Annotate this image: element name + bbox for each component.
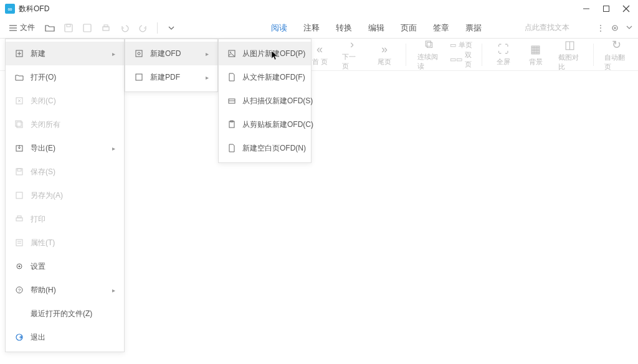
- redo-button[interactable]: [136, 21, 151, 35]
- chevron-down-icon[interactable]: [626, 24, 633, 32]
- app-logo: ∞: [5, 4, 15, 14]
- help-icon: ?: [14, 286, 24, 294]
- tab-invoice[interactable]: 票据: [464, 19, 483, 37]
- ribbon-background[interactable]: ▦背景: [522, 41, 550, 68]
- menu-item-print[interactable]: 打印: [6, 207, 124, 231]
- double-page-icon: ▭▭: [450, 55, 462, 63]
- svg-rect-38: [136, 74, 142, 80]
- search-placeholder: 点此查找文本: [516, 22, 578, 33]
- file-menu-button[interactable]: 文件: [5, 21, 39, 35]
- right-icons: ⋮: [597, 24, 633, 32]
- more-icon[interactable]: ⋮: [597, 24, 604, 32]
- new-ofd-submenu: 从图片新建OFD(P) 从文件新建OFD(F) 从扫描仪新建OFD(S) 从剪贴…: [218, 39, 312, 163]
- menu-item-from-scanner[interactable]: 从扫描仪新建OFD(S): [219, 89, 311, 113]
- menu-item-save-as[interactable]: 另存为(A): [6, 184, 124, 207]
- menu-item-new-ofd[interactable]: 新建OFD ▸: [125, 42, 217, 65]
- close-doc-icon: [14, 96, 24, 105]
- svg-rect-11: [104, 25, 108, 27]
- properties-icon: [14, 238, 24, 247]
- clipboard-icon: [227, 120, 236, 129]
- svg-rect-25: [16, 192, 22, 198]
- dropdown-button[interactable]: [164, 21, 179, 35]
- menu-item-help[interactable]: ? 帮助(H) ▸: [6, 278, 124, 302]
- svg-rect-26: [16, 218, 22, 221]
- svg-rect-10: [103, 27, 109, 30]
- ribbon-next-page[interactable]: ›下一页: [338, 37, 366, 72]
- minimize-button[interactable]: [582, 4, 591, 13]
- separator: [406, 44, 406, 66]
- ribbon-last-page[interactable]: »尾页: [371, 42, 398, 68]
- menu-item-exit[interactable]: 退出: [6, 325, 124, 349]
- hamburger-icon: [9, 24, 17, 32]
- menu-item-save[interactable]: 保存(S): [6, 160, 124, 184]
- ofd-icon: [134, 49, 144, 58]
- svg-point-13: [614, 27, 616, 29]
- menu-item-properties[interactable]: 属性(T): [6, 231, 124, 254]
- title-bar: ∞ 数科OFD: [0, 0, 638, 17]
- maximize-button[interactable]: [602, 4, 611, 13]
- last-page-icon: »: [381, 43, 388, 56]
- tab-edit[interactable]: 编辑: [367, 19, 386, 37]
- menu-item-from-image[interactable]: 从图片新建OFD(P): [219, 42, 311, 65]
- menu-item-close[interactable]: 关闭(C): [6, 89, 124, 113]
- svg-rect-27: [17, 216, 21, 218]
- print-button[interactable]: [98, 21, 113, 35]
- fullscreen-icon: ⛶: [498, 43, 509, 56]
- chevron-right-icon: ▸: [112, 145, 115, 152]
- chevron-right-icon: ▸: [112, 50, 115, 57]
- ribbon-auto-flip[interactable]: ↻自动翻页: [601, 37, 632, 73]
- svg-point-32: [19, 266, 21, 268]
- blank-page-icon: [227, 144, 236, 152]
- ribbon-continuous[interactable]: ⧉连续阅读: [414, 37, 445, 72]
- arrow-right-icon: ›: [350, 38, 354, 51]
- tab-convert[interactable]: 转换: [335, 19, 353, 37]
- continuous-icon: ⧉: [425, 38, 433, 51]
- tab-sign[interactable]: 签章: [432, 19, 450, 37]
- ribbon-fullscreen[interactable]: ⛶全屏: [490, 42, 517, 68]
- separator: [157, 22, 158, 34]
- menu-item-blank-page[interactable]: 新建空白页OFD(N): [219, 136, 311, 160]
- svg-rect-21: [16, 121, 21, 126]
- ribbon-single-page[interactable]: ▭单页: [450, 40, 474, 50]
- save-as-button[interactable]: [80, 21, 95, 35]
- svg-rect-20: [17, 122, 22, 128]
- search-area[interactable]: 点此查找文本 ⋮: [516, 22, 633, 33]
- ribbon-double-page[interactable]: ▭▭双页: [450, 50, 474, 69]
- menu-item-export[interactable]: 导出(E) ▸: [6, 136, 124, 160]
- close-all-icon: [14, 120, 24, 129]
- tab-annotate[interactable]: 注释: [302, 19, 321, 37]
- chevron-right-icon: ▸: [112, 287, 115, 294]
- tab-bar: 阅读 注释 转换 编辑 页面 签章 票据: [270, 19, 483, 37]
- menu-item-open[interactable]: 打开(O): [6, 65, 124, 89]
- save-button[interactable]: [61, 21, 76, 35]
- menu-item-settings[interactable]: 设置: [6, 254, 124, 278]
- close-button[interactable]: [622, 4, 631, 13]
- menu-item-new-pdf[interactable]: 新建PDF ▸: [125, 65, 217, 89]
- save-icon: [14, 167, 24, 176]
- save-as-icon: [14, 191, 24, 200]
- ribbon-compare[interactable]: ◫截图对比: [555, 37, 586, 73]
- chevron-right-icon: ▸: [206, 74, 209, 81]
- gear-icon: [14, 262, 24, 271]
- tab-page[interactable]: 页面: [399, 19, 418, 37]
- window-controls: [582, 4, 631, 13]
- folder-icon: [14, 73, 24, 82]
- open-button[interactable]: [42, 21, 57, 35]
- chevron-right-icon: ▸: [206, 50, 209, 57]
- gear-icon[interactable]: [611, 24, 619, 32]
- svg-rect-28: [16, 240, 22, 246]
- menu-item-from-clipboard[interactable]: 从剪贴板新建OFD(C): [219, 113, 311, 136]
- new-submenu: 新建OFD ▸ 新建PDF ▸: [125, 39, 218, 92]
- menu-item-recent[interactable]: 最近打开的文件(Z): [6, 302, 124, 325]
- separator: [593, 44, 594, 66]
- tab-read[interactable]: 阅读: [270, 19, 288, 37]
- file-menu: 新建 ▸ 打开(O) 关闭(C) 关闭所有 导出(E) ▸ 保存(S) 另存为(…: [5, 39, 125, 352]
- svg-rect-9: [83, 24, 91, 32]
- auto-flip-icon: ↻: [612, 38, 621, 52]
- menu-item-from-file[interactable]: 从文件新建OFD(F): [219, 65, 311, 89]
- menu-item-new[interactable]: 新建 ▸: [6, 42, 124, 65]
- undo-button[interactable]: [117, 21, 132, 35]
- scanner-icon: [227, 96, 236, 105]
- svg-rect-36: [136, 50, 142, 57]
- menu-item-close-all[interactable]: 关闭所有: [6, 113, 124, 136]
